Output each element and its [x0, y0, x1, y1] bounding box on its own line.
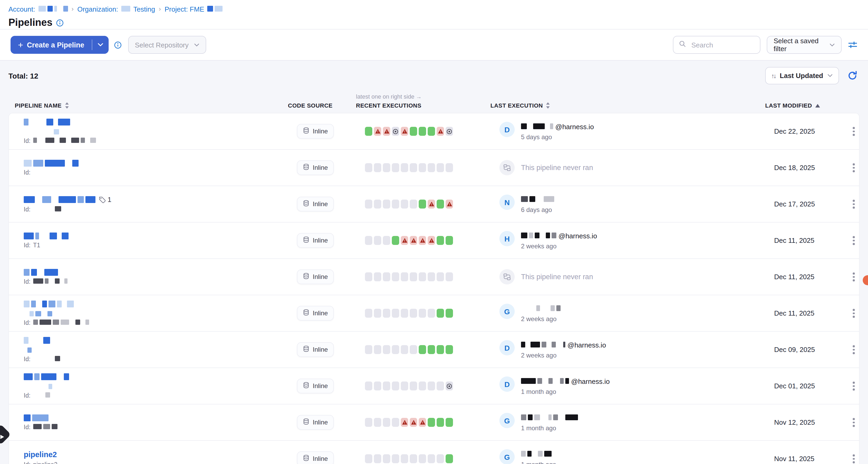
execution-status-success[interactable]	[437, 418, 444, 427]
execution-status-empty	[374, 454, 381, 463]
page-header: Account: › Organization: Testing › Proje…	[0, 0, 868, 30]
search-input[interactable]	[690, 40, 748, 49]
pipeline-row[interactable]: Id: Inline	[9, 259, 859, 295]
avatar[interactable]: N	[499, 194, 515, 210]
pipeline-row[interactable]: Id: Inline G 1 month ago	[9, 404, 859, 441]
pipeline-row[interactable]: Id: Inline D @harness.io 5 days ago	[9, 113, 859, 150]
execution-status-success[interactable]	[419, 127, 426, 136]
execution-status-success[interactable]	[410, 127, 417, 136]
execution-status-failed[interactable]	[401, 127, 408, 136]
sort-dropdown[interactable]: ↑↓ Last Updated	[765, 67, 839, 84]
row-menu-button[interactable]	[849, 307, 858, 320]
column-header-last-modified[interactable]: LAST MODIFIED	[765, 102, 820, 109]
redacted-text	[24, 129, 59, 134]
execution-status-failed[interactable]	[401, 236, 408, 245]
create-pipeline-dropdown[interactable]	[92, 36, 108, 54]
row-menu-button[interactable]	[849, 161, 858, 174]
execution-status-success[interactable]	[437, 345, 444, 354]
column-header-pipeline-name[interactable]: PIPELINE NAME	[15, 102, 69, 109]
execution-status-failed[interactable]	[419, 418, 426, 427]
execution-status-failed[interactable]	[437, 127, 444, 136]
pipeline-name-link[interactable]: pipeline2	[24, 450, 57, 459]
execution-status-aborted[interactable]	[445, 127, 453, 136]
execution-status-success[interactable]	[445, 418, 453, 427]
execution-status-success[interactable]	[445, 309, 453, 318]
code-source-badge: Inline	[297, 306, 334, 320]
last-execution-time: 2 weeks ago	[521, 243, 597, 250]
execution-status-success[interactable]	[428, 418, 435, 427]
row-menu-button[interactable]	[849, 271, 858, 283]
row-menu-button[interactable]	[849, 234, 858, 247]
execution-status-empty	[374, 345, 381, 354]
avatar[interactable]: D	[499, 340, 515, 355]
avatar[interactable]: D	[499, 122, 515, 137]
avatar[interactable]: G	[499, 413, 515, 428]
column-header-last-execution[interactable]: LAST EXECUTION	[490, 102, 550, 109]
execution-status-success[interactable]	[392, 236, 399, 245]
execution-status-success[interactable]	[437, 199, 444, 209]
row-menu-button[interactable]	[849, 343, 858, 356]
execution-status-success[interactable]	[365, 127, 372, 136]
execution-status-empty	[428, 309, 435, 318]
execution-status-failed[interactable]	[428, 199, 435, 209]
pipelines-page: Account: › Organization: Testing › Proje…	[0, 0, 868, 464]
create-pipeline-button[interactable]: + Create a Pipeline	[10, 36, 108, 54]
execution-status-empty	[383, 272, 390, 281]
row-menu-button[interactable]	[849, 453, 858, 464]
redacted-text	[33, 356, 60, 361]
kebab-icon	[853, 309, 855, 318]
last-modified-date: Dec 18, 2025	[774, 164, 815, 172]
code-source-badge: Inline	[297, 197, 334, 211]
breadcrumb-org-name-link[interactable]: Testing	[133, 5, 155, 13]
execution-status-success[interactable]	[437, 236, 444, 245]
inline-source-icon	[303, 309, 310, 317]
execution-status-empty	[365, 345, 372, 354]
execution-status-success[interactable]	[419, 345, 426, 354]
row-menu-button[interactable]	[849, 380, 858, 393]
execution-status-success[interactable]	[445, 345, 453, 354]
pipeline-row[interactable]: Id: Inline D @harness.io 2 weeks ago	[9, 332, 859, 368]
execution-status-success[interactable]	[437, 309, 444, 318]
pipeline-row[interactable]: Id: Inline D @harness.io 1 month ago	[9, 368, 859, 404]
info-icon[interactable]	[114, 41, 122, 49]
execution-status-failed[interactable]	[445, 199, 453, 209]
recent-executions-strip	[365, 454, 453, 463]
pipeline-row[interactable]: Id:T1 Inline H @harness.io 2 weeks ago	[9, 222, 859, 259]
pipeline-row[interactable]: Id: Inline G 2 weeks ago	[9, 295, 859, 332]
saved-filter-dropdown[interactable]: Select a saved filter	[767, 36, 842, 54]
refresh-icon[interactable]	[847, 71, 858, 81]
execution-status-failed[interactable]	[374, 127, 381, 136]
pipeline-row[interactable]: 1 Id: Inline N 6 days ago	[9, 186, 859, 222]
avatar[interactable]: H	[499, 231, 515, 246]
execution-status-aborted[interactable]	[445, 381, 453, 391]
row-menu-button[interactable]	[849, 416, 858, 429]
execution-status-failed[interactable]	[410, 418, 417, 427]
pipeline-row[interactable]: Id: Inline	[9, 150, 859, 186]
execution-status-failed[interactable]	[410, 236, 417, 245]
info-icon[interactable]	[56, 19, 64, 27]
redacted-text	[521, 342, 565, 347]
avatar[interactable]: G	[499, 304, 515, 319]
breadcrumb-project-link[interactable]: Project: FME	[164, 5, 204, 13]
row-menu-button[interactable]	[849, 125, 858, 138]
execution-status-success[interactable]	[428, 127, 435, 136]
last-modified-date: Dec 17, 2025	[774, 200, 815, 208]
avatar[interactable]: G	[499, 449, 515, 464]
row-menu-button[interactable]	[849, 198, 858, 211]
execution-status-success[interactable]	[419, 199, 426, 209]
execution-status-failed[interactable]	[419, 236, 426, 245]
execution-status-empty	[392, 199, 399, 209]
execution-status-success[interactable]	[428, 345, 435, 354]
avatar[interactable]: D	[499, 376, 515, 392]
execution-status-failed[interactable]	[383, 127, 390, 136]
execution-status-aborted[interactable]	[392, 127, 399, 136]
execution-status-failed[interactable]	[428, 236, 435, 245]
execution-status-success[interactable]	[445, 236, 453, 245]
breadcrumb-account-link[interactable]: Account:	[8, 5, 35, 13]
pipeline-row[interactable]: pipeline2 Id:pipeline2 Inline G 1 month …	[9, 441, 859, 464]
breadcrumb-organization-link[interactable]: Organization:	[77, 5, 118, 13]
execution-status-failed[interactable]	[401, 418, 408, 427]
execution-status-success[interactable]	[445, 454, 453, 463]
select-repository-dropdown[interactable]: Select Repository	[128, 36, 206, 54]
filter-sliders-icon[interactable]	[848, 40, 858, 49]
